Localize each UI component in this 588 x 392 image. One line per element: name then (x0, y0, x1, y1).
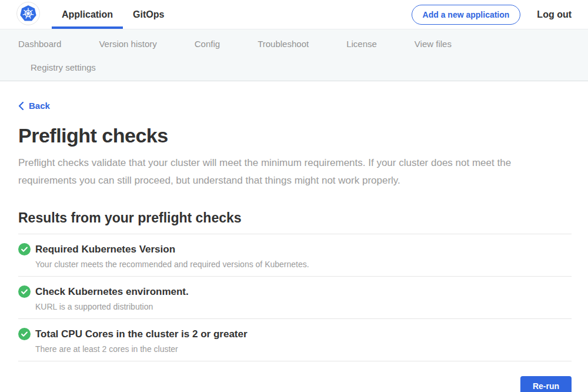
check-title: Check Kubernetes environment. (35, 285, 189, 298)
primary-tabs: Application GitOps (52, 0, 174, 29)
check-circle-icon (18, 328, 31, 343)
check-text: Check Kubernetes environment. KURL is a … (35, 285, 189, 311)
check-item-kubernetes-environment: Check Kubernetes environment. KURL is a … (18, 277, 572, 319)
page-title: Preflight checks (18, 124, 572, 147)
back-link-label: Back (29, 101, 50, 111)
nav-right-actions: Add a new application Log out (412, 0, 572, 29)
tab-application[interactable]: Application (52, 0, 123, 29)
check-title: Required Kubernetes Version (35, 243, 309, 255)
check-item-cpu-cores: Total CPU Cores in the cluster is 2 or g… (18, 319, 572, 361)
footer-actions: Re-run (18, 376, 572, 392)
check-text: Total CPU Cores in the cluster is 2 or g… (35, 328, 248, 354)
check-circle-icon (18, 285, 31, 300)
add-new-application-button[interactable]: Add a new application (412, 5, 521, 25)
check-title: Total CPU Cores in the cluster is 2 or g… (35, 328, 248, 340)
tab-gitops[interactable]: GitOps (123, 0, 174, 29)
subnav-item-dashboard[interactable]: Dashboard (18, 39, 61, 49)
logout-link[interactable]: Log out (537, 9, 572, 20)
rerun-button[interactable]: Re-run (520, 376, 572, 392)
check-detail: KURL is a supported distribution (35, 302, 189, 311)
subnav-item-config[interactable]: Config (195, 39, 220, 49)
tab-gitops-label: GitOps (133, 9, 164, 20)
app-subnav: Dashboard Version history Config Trouble… (0, 29, 588, 81)
subnav-row-2: Registry settings (0, 55, 588, 79)
results-heading: Results from your preflight checks (18, 210, 572, 226)
check-detail: Your cluster meets the recommended and r… (35, 260, 309, 269)
subnav-item-troubleshoot[interactable]: Troubleshoot (258, 39, 309, 49)
subnav-item-registry-settings[interactable]: Registry settings (31, 62, 96, 72)
page-description: Preflight checks validate that your clus… (18, 154, 572, 190)
subnav-item-version-history[interactable]: Version history (99, 39, 156, 49)
nav-spacer (174, 0, 411, 29)
subnav-item-view-files[interactable]: View files (415, 39, 452, 49)
check-item-kubernetes-version: Required Kubernetes Version Your cluster… (18, 234, 572, 277)
check-detail: There are at least 2 cores in the cluste… (35, 344, 248, 354)
preflight-checks-page: Back Preflight checks Preflight checks v… (0, 81, 588, 392)
subnav-item-license[interactable]: License (346, 39, 377, 49)
tab-application-label: Application (62, 9, 113, 20)
check-circle-icon (18, 243, 31, 258)
check-text: Required Kubernetes Version Your cluster… (35, 243, 309, 269)
chevron-left-icon (18, 102, 24, 110)
top-navbar: Application GitOps Add a new application… (0, 0, 588, 29)
preflight-results-list: Required Kubernetes Version Your cluster… (18, 234, 572, 361)
kubernetes-logo-icon (16, 2, 40, 28)
app-logo[interactable] (16, 0, 40, 29)
back-link[interactable]: Back (18, 101, 50, 111)
subnav-row-1: Dashboard Version history Config Trouble… (0, 32, 588, 55)
